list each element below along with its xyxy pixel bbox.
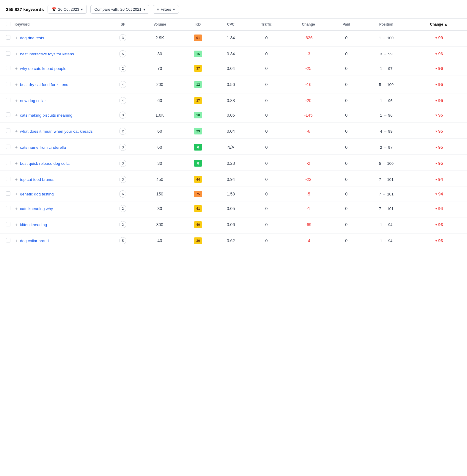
date-picker-button[interactable]: 📅 26 Oct 2023 ▾: [48, 5, 87, 14]
add-keyword-button[interactable]: +: [15, 129, 18, 134]
change-value: -626: [304, 35, 312, 40]
arrow-right-icon: →: [383, 66, 387, 71]
volume-cell: 60: [138, 93, 182, 108]
keyword-cell: + best quick release dog collar: [13, 156, 108, 171]
volume-cell: 2.9K: [138, 30, 182, 45]
pos-change-value: ▼ 93: [413, 222, 465, 227]
add-keyword-button[interactable]: +: [15, 177, 18, 182]
sf-badge: 5: [119, 50, 126, 57]
arrow-right-icon: →: [383, 239, 387, 243]
select-all-checkbox[interactable]: [6, 22, 10, 26]
row-checkbox[interactable]: [6, 206, 10, 210]
add-keyword-button[interactable]: +: [15, 161, 18, 166]
traffic-header[interactable]: Traffic: [247, 19, 286, 30]
change-header[interactable]: Change: [286, 19, 331, 30]
add-keyword-button[interactable]: +: [15, 192, 18, 196]
row-checkbox[interactable]: [6, 161, 10, 165]
paid-cell: 0: [331, 108, 362, 123]
kd-header[interactable]: KD: [182, 19, 215, 30]
position-to: 101: [387, 177, 394, 182]
add-keyword-button[interactable]: +: [15, 113, 18, 118]
keyword-link[interactable]: what does it mean when your cat kneads: [20, 129, 93, 134]
add-keyword-button[interactable]: +: [15, 238, 18, 243]
position-from: 4: [380, 129, 382, 134]
arrow-right-icon: →: [383, 113, 387, 118]
row-checkbox[interactable]: [6, 177, 10, 181]
row-checkbox[interactable]: [6, 112, 10, 117]
filters-button[interactable]: ≡ Filters ▾: [153, 5, 179, 14]
position-cell: 4 → 99: [362, 124, 411, 139]
select-all-header[interactable]: [0, 19, 13, 30]
row-checkbox[interactable]: [6, 35, 10, 40]
traffic-cell: 0: [247, 156, 286, 171]
paid-cell: 0: [331, 187, 362, 201]
keyword-link[interactable]: dog dna tests: [20, 36, 44, 40]
keyword-link[interactable]: dog collar brand: [20, 239, 49, 243]
row-checkbox[interactable]: [6, 98, 10, 102]
table-row: + dog collar brand 540300.620-401 → 94 ▼…: [0, 234, 467, 248]
volume-cell: 1.0K: [138, 108, 182, 123]
add-keyword-button[interactable]: +: [15, 51, 18, 56]
keyword-link[interactable]: best quick release dog collar: [20, 161, 71, 166]
add-keyword-button[interactable]: +: [15, 206, 18, 211]
row-checkbox[interactable]: [6, 191, 10, 196]
keyword-link[interactable]: why do cats knead people: [20, 66, 66, 71]
row-checkbox[interactable]: [6, 82, 10, 86]
row-checkbox[interactable]: [6, 238, 10, 242]
keyword-link[interactable]: kitten kneading: [20, 223, 47, 227]
keyword-link[interactable]: new dog collar: [20, 98, 46, 103]
down-arrow-icon: ▼: [435, 192, 438, 196]
row-checkbox[interactable]: [6, 129, 10, 133]
row-checkbox[interactable]: [6, 145, 10, 149]
add-keyword-button[interactable]: +: [15, 66, 18, 71]
position-cell: 5 → 100: [362, 77, 411, 92]
volume-cell: 30: [138, 156, 182, 171]
keyword-link[interactable]: top cat food brands: [20, 177, 54, 182]
down-arrow-icon: ▼: [435, 223, 438, 226]
add-keyword-button[interactable]: +: [15, 145, 18, 150]
change-cell: -22: [286, 172, 331, 187]
position-from: 5: [379, 161, 381, 166]
position-header[interactable]: Position: [362, 19, 411, 30]
compare-button[interactable]: Compare with: 26 Oct 2021 ▾: [90, 5, 149, 14]
add-keyword-button[interactable]: +: [15, 82, 18, 87]
row-checkbox-cell: [0, 217, 13, 232]
down-arrow-icon: ▼: [435, 207, 438, 210]
keyword-link[interactable]: cats name from cinderella: [20, 145, 66, 150]
position-cell: 1 → 94: [362, 234, 411, 248]
row-checkbox-cell: [0, 140, 13, 155]
sf-badge: 2: [119, 128, 126, 135]
sf-cell: 3: [108, 172, 138, 187]
add-keyword-button[interactable]: +: [15, 35, 18, 40]
row-checkbox[interactable]: [6, 51, 10, 56]
keyword-cell: + dog dna tests: [13, 30, 108, 45]
keyword-header[interactable]: Keyword: [13, 19, 108, 30]
add-keyword-button[interactable]: +: [15, 222, 18, 227]
pos-change-value: ▼ 96: [413, 66, 465, 71]
down-arrow-icon: ▼: [435, 99, 438, 102]
pos-change-value: ▼ 93: [413, 238, 465, 243]
table-row: + new dog collar 460370.880-2001 → 96 ▼ …: [0, 93, 467, 108]
keyword-link[interactable]: genetic dog testing: [20, 192, 54, 196]
keyword-link[interactable]: cats kneading why: [20, 206, 53, 211]
cpc-header[interactable]: CPC: [215, 19, 247, 30]
cpc-cell: 0.04: [215, 61, 247, 76]
sf-header[interactable]: SF: [108, 19, 138, 30]
row-checkbox[interactable]: [6, 222, 10, 226]
add-keyword-button[interactable]: +: [15, 98, 18, 103]
keyword-link[interactable]: best dry cat food for kittens: [20, 82, 68, 87]
table-row: + why do cats knead people 270370.040-25…: [0, 61, 467, 76]
keyword-link[interactable]: best interactive toys for kittens: [20, 52, 74, 56]
row-checkbox[interactable]: [6, 66, 10, 70]
volume-header[interactable]: Volume: [138, 19, 182, 30]
filters-label: Filters: [161, 7, 171, 12]
keyword-link[interactable]: cats making biscuits meaning: [20, 113, 72, 118]
pos-change-cell: ▼ 96: [411, 47, 467, 61]
keyword-cell: + cats name from cinderella: [13, 140, 108, 155]
keyword-cell: + what does it mean when your cat kneads: [13, 124, 108, 139]
table-row: + kitten kneading 2300400.060-6901 → 94 …: [0, 217, 467, 232]
kd-cell: 37: [182, 93, 215, 108]
paid-header[interactable]: Paid: [331, 19, 362, 30]
position-to: 97: [388, 66, 392, 71]
change-sorted-header[interactable]: Change ▲: [411, 19, 467, 30]
